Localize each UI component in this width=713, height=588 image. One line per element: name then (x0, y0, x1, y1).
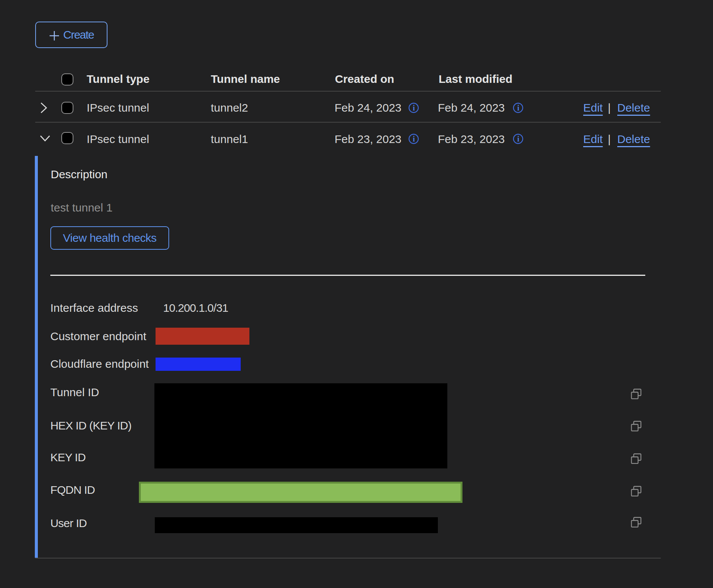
svg-text:i: i (413, 134, 415, 143)
svg-text:i: i (413, 103, 415, 112)
svg-text:i: i (517, 134, 520, 143)
svg-text:i: i (517, 103, 520, 112)
